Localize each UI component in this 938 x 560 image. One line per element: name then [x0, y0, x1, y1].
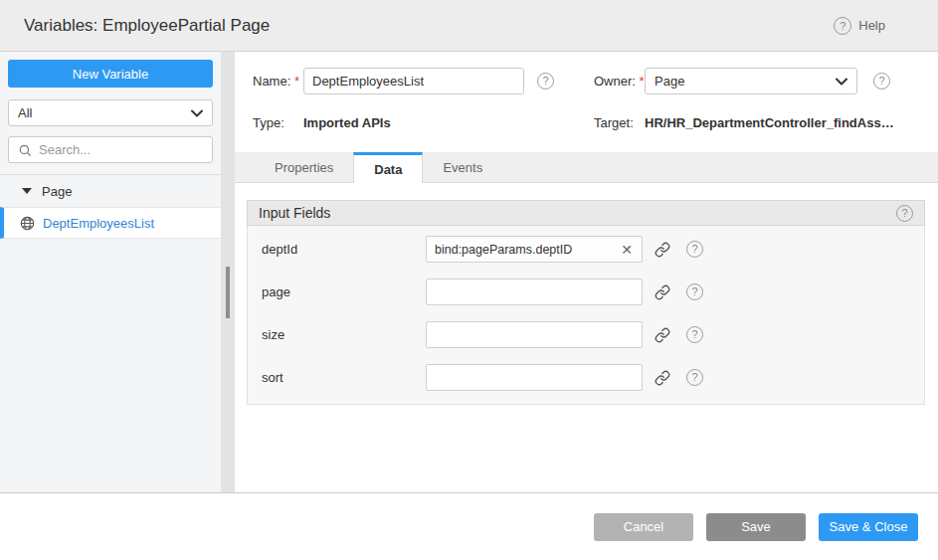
field-help-icon[interactable]: ? [686, 326, 703, 343]
name-help-icon[interactable]: ? [537, 73, 554, 90]
target-label: Target: [594, 115, 645, 130]
page-title: Variables: EmployeePartial Page [24, 16, 270, 36]
owner-select[interactable]: Page [645, 68, 857, 94]
chevron-down-icon [191, 105, 203, 120]
tree-group-page[interactable]: Page [0, 175, 221, 207]
type-value: Imported APIs [303, 115, 594, 130]
globe-icon [20, 216, 35, 231]
field-help-icon[interactable]: ? [686, 283, 703, 300]
dialog-footer: Cancel Save Save & Close [0, 492, 938, 560]
tree-item-deptemployeeslist[interactable]: DeptEmployeesList [0, 207, 221, 239]
variable-search [8, 136, 213, 163]
help-question-icon: ? [834, 17, 851, 35]
tab-data[interactable]: Data [353, 152, 423, 183]
new-variable-button[interactable]: New Variable [8, 60, 213, 88]
field-row-sort: sort ? [262, 364, 924, 391]
field-help-icon[interactable]: ? [686, 369, 703, 386]
deptid-input-wrap: ✕ [426, 236, 643, 263]
name-owner-row: Name: * ? Owner: * Page ? [253, 68, 938, 94]
filter-selected-value: All [18, 105, 32, 120]
owner-help-icon[interactable]: ? [873, 73, 890, 90]
field-help-icon[interactable]: ? [686, 241, 703, 258]
field-row-page: page ? [262, 279, 924, 305]
deptid-input[interactable] [427, 243, 612, 257]
field-label: page [262, 284, 426, 299]
vertical-scrollbar[interactable] [221, 52, 235, 492]
input-fields-help-icon[interactable]: ? [896, 205, 913, 222]
input-fields-section: Input Fields ? deptId ✕ ? [247, 200, 925, 405]
scrollbar-thumb[interactable] [226, 267, 230, 318]
bind-link-icon[interactable] [655, 242, 670, 258]
bind-link-icon[interactable] [655, 370, 670, 386]
field-row-size: size ? [262, 321, 924, 348]
bind-link-icon[interactable] [655, 327, 670, 343]
tab-events[interactable]: Events [423, 152, 502, 182]
required-asterisk: * [294, 74, 299, 89]
type-label: Type: [253, 115, 303, 130]
chevron-down-icon [836, 74, 847, 89]
dialog-body: New Variable All Page [0, 52, 938, 492]
help-link[interactable]: ? Help [834, 17, 885, 35]
search-icon [18, 143, 32, 157]
help-label: Help [858, 18, 885, 33]
owner-selected-value: Page [655, 74, 684, 89]
sort-input-wrap [426, 364, 643, 391]
detail-tabs: Properties Data Events [235, 152, 938, 183]
size-input[interactable] [427, 328, 642, 342]
field-label: sort [262, 370, 426, 385]
search-input[interactable] [39, 142, 203, 157]
owner-label: Owner: * [594, 74, 645, 89]
type-target-row: Type: Imported APIs Target: HR/HR_Depart… [253, 115, 938, 130]
variable-detail-panel: Name: * ? Owner: * Page ? Type: Imported… [235, 52, 938, 492]
target-value: HR/HR_DepartmentController_findAss… [645, 115, 894, 130]
variable-filter-select[interactable]: All [8, 99, 213, 126]
variables-sidebar: New Variable All Page [0, 52, 221, 492]
variables-dialog: Variables: EmployeePartial Page ? Help N… [0, 0, 938, 560]
save-button[interactable]: Save [706, 513, 806, 541]
clear-binding-icon[interactable]: ✕ [612, 243, 642, 257]
input-fields-title: Input Fields [259, 205, 330, 221]
page-input[interactable] [427, 285, 642, 299]
cancel-button[interactable]: Cancel [594, 513, 693, 541]
tree-group-label: Page [42, 184, 72, 199]
input-fields-header: Input Fields ? [247, 200, 925, 226]
input-fields-body: deptId ✕ ? page [247, 226, 925, 405]
field-label: deptId [262, 242, 426, 257]
bind-link-icon[interactable] [655, 284, 670, 300]
field-label: size [262, 327, 426, 342]
required-asterisk: * [640, 74, 645, 89]
sort-input[interactable] [427, 371, 642, 385]
size-input-wrap [426, 321, 643, 348]
field-row-deptid: deptId ✕ ? [262, 236, 924, 263]
tree-item-label: DeptEmployeesList [43, 216, 154, 231]
name-label: Name: * [253, 74, 303, 89]
save-and-close-button[interactable]: Save & Close [819, 513, 918, 541]
collapse-triangle-icon [22, 188, 32, 194]
page-input-wrap [426, 279, 643, 305]
dialog-header: Variables: EmployeePartial Page ? Help [0, 0, 938, 52]
tab-properties[interactable]: Properties [255, 152, 353, 182]
variable-name-input[interactable] [303, 68, 524, 94]
